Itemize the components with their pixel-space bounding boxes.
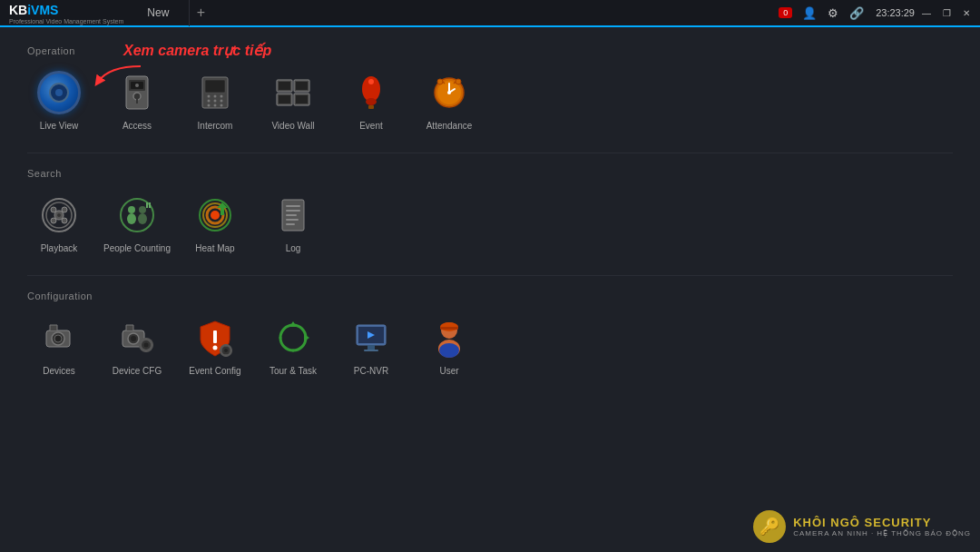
- event-config-label: Event Config: [189, 366, 240, 376]
- titlebar-right: 0 👤 ⚙ 🔗 23:23:29 — ❐ ✕: [779, 3, 980, 23]
- configuration-icons-row: Devices: [27, 314, 953, 376]
- live-view-icon: [37, 71, 81, 114]
- svg-point-9: [208, 95, 211, 98]
- devices-item[interactable]: Devices: [27, 314, 91, 376]
- minimize-button[interactable]: —: [918, 5, 935, 21]
- settings-icon[interactable]: ⚙: [823, 3, 843, 23]
- people-counting-label: People Counting: [103, 243, 171, 253]
- user-icon: [429, 318, 469, 358]
- divider-1: [27, 153, 953, 153]
- svg-point-16: [214, 104, 217, 107]
- event-icon: [351, 73, 391, 113]
- log-item[interactable]: Log: [261, 192, 325, 253]
- svg-rect-76: [151, 344, 153, 347]
- svg-rect-85: [230, 350, 233, 352]
- restore-button[interactable]: ❐: [938, 5, 955, 21]
- svg-rect-5: [136, 99, 138, 104]
- video-wall-label: Video Wall: [271, 121, 314, 131]
- video-wall-icon: [273, 73, 313, 113]
- pc-nvr-icon-box: [348, 314, 395, 361]
- tour-task-item[interactable]: Tour & Task: [261, 314, 325, 376]
- people-counting-item[interactable]: People Counting: [105, 192, 169, 253]
- svg-rect-8: [205, 80, 225, 93]
- svg-point-44: [62, 218, 67, 223]
- close-button[interactable]: ✕: [958, 5, 975, 21]
- tab-new[interactable]: New: [132, 0, 190, 26]
- svg-rect-59: [286, 205, 300, 207]
- pc-nvr-item[interactable]: PC-NVR: [339, 314, 403, 376]
- titlebar: KBiVMS Professional Video Management Sys…: [0, 0, 980, 27]
- attendance-item[interactable]: Attendance: [417, 69, 481, 131]
- tab-new-label: New: [147, 6, 169, 19]
- svg-point-51: [138, 213, 147, 224]
- svg-point-42: [62, 207, 67, 212]
- event-label: Event: [359, 121, 383, 131]
- user-icon[interactable]: 👤: [799, 3, 819, 23]
- tour-task-label: Tour & Task: [270, 366, 317, 376]
- device-cfg-icon-box: [113, 314, 161, 361]
- intercom-item[interactable]: Intercom: [183, 69, 247, 131]
- live-view-item[interactable]: Live View: [27, 69, 91, 131]
- svg-point-48: [128, 206, 135, 213]
- playback-icon: [39, 195, 79, 235]
- search-icons-row: Playback Peop: [27, 192, 953, 253]
- svg-point-4: [133, 93, 141, 100]
- svg-rect-23: [296, 82, 308, 90]
- devices-icon-box: [35, 314, 83, 361]
- logo-area: KBiVMS Professional Video Management Sys…: [0, 2, 132, 25]
- live-view-icon-box: [35, 69, 83, 116]
- svg-point-11: [220, 95, 223, 98]
- heat-map-label: Heat Map: [195, 243, 234, 253]
- logo-ivms: iVMS: [27, 3, 58, 17]
- watermark-logo-icon: 🔑: [760, 517, 779, 537]
- svg-point-50: [139, 206, 146, 213]
- svg-point-97: [439, 343, 459, 358]
- svg-point-47: [121, 199, 153, 232]
- svg-point-14: [220, 100, 223, 103]
- video-wall-icon-box: [270, 69, 317, 116]
- svg-rect-24: [279, 95, 290, 104]
- annotation-arrow: [91, 62, 145, 89]
- svg-rect-63: [286, 223, 295, 225]
- svg-point-43: [51, 218, 56, 223]
- event-config-item[interactable]: Event Config: [183, 314, 247, 376]
- devices-label: Devices: [43, 366, 75, 376]
- device-cfg-item[interactable]: Device CFG: [105, 314, 169, 376]
- configuration-section: Configuration Devices: [27, 291, 953, 376]
- log-icon: [273, 195, 313, 235]
- svg-point-35: [437, 79, 443, 84]
- add-tab-button[interactable]: +: [190, 2, 211, 24]
- operation-icons-row: Live View Access: [27, 69, 953, 131]
- network-icon[interactable]: 🔗: [847, 3, 867, 23]
- heat-map-item[interactable]: Heat Map: [183, 192, 247, 253]
- svg-point-10: [214, 95, 217, 98]
- log-icon-box: [270, 192, 317, 239]
- svg-rect-28: [368, 105, 374, 109]
- svg-point-36: [456, 79, 461, 84]
- svg-rect-91: [368, 345, 375, 350]
- svg-point-41: [51, 207, 56, 212]
- svg-rect-22: [279, 82, 290, 90]
- svg-point-55: [211, 211, 220, 220]
- playback-item[interactable]: Playback: [27, 192, 91, 253]
- svg-point-66: [54, 335, 62, 342]
- user-item[interactable]: User: [417, 314, 481, 376]
- event-item[interactable]: Event: [339, 69, 403, 131]
- device-cfg-icon: [117, 318, 157, 358]
- live-view-label: Live View: [40, 121, 79, 131]
- video-wall-item[interactable]: Video Wall: [261, 69, 325, 131]
- user-icon-box: [426, 314, 473, 361]
- svg-rect-82: [225, 344, 228, 347]
- svg-point-78: [213, 346, 218, 350]
- clock: 23:23:29: [876, 7, 915, 18]
- svg-point-15: [208, 104, 211, 107]
- svg-point-12: [208, 100, 211, 103]
- svg-point-69: [131, 336, 136, 341]
- watermark-text: KHÔI NGÔ SECURITY CAMERA AN NINH · HỆ TH…: [793, 516, 971, 537]
- attendance-icon-box: [426, 69, 473, 116]
- svg-rect-95: [440, 327, 458, 330]
- intercom-icon-box: [191, 69, 239, 116]
- playback-label: Playback: [41, 243, 78, 253]
- svg-point-46: [57, 213, 61, 217]
- svg-rect-61: [286, 214, 297, 216]
